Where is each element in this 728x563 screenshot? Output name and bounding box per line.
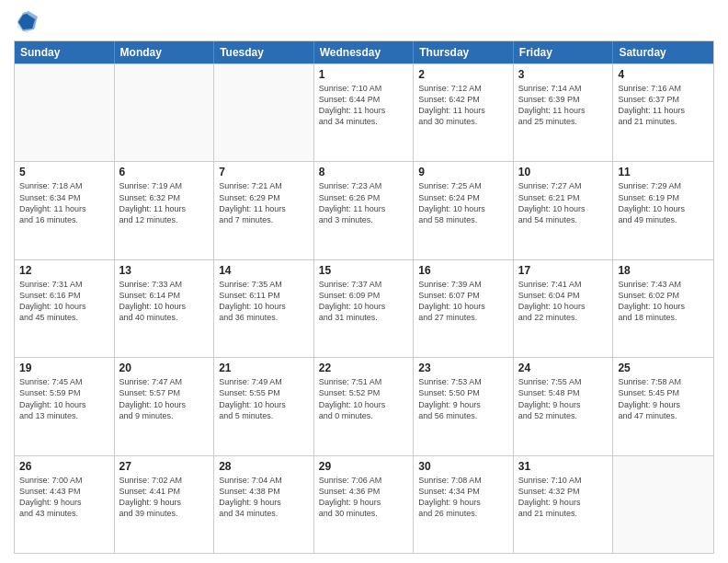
calendar-week-1: 1Sunrise: 7:10 AM Sunset: 6:44 PM Daylig… (15, 63, 713, 161)
day-cell-20: 20Sunrise: 7:47 AM Sunset: 5:57 PM Dayli… (115, 358, 215, 454)
day-number: 17 (518, 264, 609, 277)
header-day-monday: Monday (115, 41, 215, 63)
day-details: Sunrise: 7:00 AM Sunset: 4:43 PM Dayligh… (19, 475, 109, 520)
day-details: Sunrise: 7:43 AM Sunset: 6:02 PM Dayligh… (618, 279, 709, 324)
day-cell-7: 7Sunrise: 7:21 AM Sunset: 6:29 PM Daylig… (214, 162, 314, 259)
day-details: Sunrise: 7:19 AM Sunset: 6:32 PM Dayligh… (119, 180, 210, 225)
empty-cell (214, 64, 314, 161)
day-details: Sunrise: 7:04 AM Sunset: 4:38 PM Dayligh… (219, 475, 309, 520)
day-cell-26: 26Sunrise: 7:00 AM Sunset: 4:43 PM Dayli… (15, 456, 115, 553)
calendar-header: SundayMondayTuesdayWednesdayThursdayFrid… (15, 41, 713, 63)
day-number: 10 (518, 166, 609, 178)
day-cell-29: 29Sunrise: 7:06 AM Sunset: 4:36 PM Dayli… (314, 456, 415, 553)
day-details: Sunrise: 7:14 AM Sunset: 6:39 PM Dayligh… (518, 83, 609, 128)
day-cell-9: 9Sunrise: 7:25 AM Sunset: 6:24 PM Daylig… (414, 162, 514, 259)
day-number: 25 (618, 362, 709, 374)
day-details: Sunrise: 7:33 AM Sunset: 6:14 PM Dayligh… (119, 279, 210, 324)
day-details: Sunrise: 7:49 AM Sunset: 5:55 PM Dayligh… (219, 376, 309, 421)
day-cell-28: 28Sunrise: 7:04 AM Sunset: 4:38 PM Dayli… (214, 456, 314, 553)
day-number: 16 (418, 264, 508, 277)
calendar-week-4: 19Sunrise: 7:45 AM Sunset: 5:59 PM Dayli… (15, 357, 713, 454)
logo-icon (14, 9, 40, 35)
day-cell-15: 15Sunrise: 7:37 AM Sunset: 6:09 PM Dayli… (314, 260, 415, 357)
calendar-body: 1Sunrise: 7:10 AM Sunset: 6:44 PM Daylig… (15, 63, 713, 553)
day-cell-14: 14Sunrise: 7:35 AM Sunset: 6:11 PM Dayli… (214, 260, 314, 357)
day-details: Sunrise: 7:51 AM Sunset: 5:52 PM Dayligh… (319, 376, 409, 421)
empty-cell (115, 64, 215, 161)
day-number: 12 (19, 264, 109, 277)
calendar-page: SundayMondayTuesdayWednesdayThursdayFrid… (0, 0, 728, 563)
header-day-sunday: Sunday (15, 41, 115, 63)
day-cell-18: 18Sunrise: 7:43 AM Sunset: 6:02 PM Dayli… (613, 260, 713, 357)
day-number: 22 (319, 362, 409, 374)
day-cell-12: 12Sunrise: 7:31 AM Sunset: 6:16 PM Dayli… (15, 260, 115, 357)
calendar-week-5: 26Sunrise: 7:00 AM Sunset: 4:43 PM Dayli… (15, 455, 713, 553)
day-number: 2 (418, 68, 508, 81)
day-cell-24: 24Sunrise: 7:55 AM Sunset: 5:48 PM Dayli… (514, 358, 614, 454)
day-cell-27: 27Sunrise: 7:02 AM Sunset: 4:41 PM Dayli… (115, 456, 215, 553)
header-day-saturday: Saturday (613, 41, 713, 63)
day-number: 1 (319, 68, 409, 81)
day-number: 3 (518, 68, 609, 81)
day-details: Sunrise: 7:53 AM Sunset: 5:50 PM Dayligh… (418, 376, 508, 421)
day-cell-10: 10Sunrise: 7:27 AM Sunset: 6:21 PM Dayli… (514, 162, 614, 259)
day-number: 9 (418, 166, 508, 178)
day-details: Sunrise: 7:08 AM Sunset: 4:34 PM Dayligh… (418, 475, 508, 520)
day-cell-30: 30Sunrise: 7:08 AM Sunset: 4:34 PM Dayli… (414, 456, 514, 553)
day-details: Sunrise: 7:39 AM Sunset: 6:07 PM Dayligh… (418, 279, 508, 324)
calendar-week-2: 5Sunrise: 7:18 AM Sunset: 6:34 PM Daylig… (15, 161, 713, 259)
day-number: 27 (119, 460, 210, 473)
day-details: Sunrise: 7:37 AM Sunset: 6:09 PM Dayligh… (319, 279, 409, 324)
day-number: 11 (618, 166, 709, 178)
day-number: 4 (618, 68, 709, 81)
day-cell-16: 16Sunrise: 7:39 AM Sunset: 6:07 PM Dayli… (414, 260, 514, 357)
day-details: Sunrise: 7:31 AM Sunset: 6:16 PM Dayligh… (19, 279, 109, 324)
day-details: Sunrise: 7:47 AM Sunset: 5:57 PM Dayligh… (119, 376, 210, 421)
day-details: Sunrise: 7:25 AM Sunset: 6:24 PM Dayligh… (418, 180, 508, 225)
day-details: Sunrise: 7:10 AM Sunset: 6:44 PM Dayligh… (319, 83, 409, 128)
header (14, 9, 714, 35)
day-cell-19: 19Sunrise: 7:45 AM Sunset: 5:59 PM Dayli… (15, 358, 115, 454)
day-cell-1: 1Sunrise: 7:10 AM Sunset: 6:44 PM Daylig… (314, 64, 415, 161)
day-details: Sunrise: 7:41 AM Sunset: 6:04 PM Dayligh… (518, 279, 609, 324)
day-details: Sunrise: 7:35 AM Sunset: 6:11 PM Dayligh… (219, 279, 309, 324)
day-details: Sunrise: 7:21 AM Sunset: 6:29 PM Dayligh… (219, 180, 309, 225)
day-number: 19 (19, 362, 109, 374)
day-number: 18 (618, 264, 709, 277)
day-number: 6 (119, 166, 210, 178)
day-cell-5: 5Sunrise: 7:18 AM Sunset: 6:34 PM Daylig… (15, 162, 115, 259)
day-number: 24 (518, 362, 609, 374)
empty-cell (15, 64, 115, 161)
day-number: 7 (219, 166, 309, 178)
day-number: 20 (119, 362, 210, 374)
day-number: 14 (219, 264, 309, 277)
day-cell-25: 25Sunrise: 7:58 AM Sunset: 5:45 PM Dayli… (613, 358, 713, 454)
day-cell-31: 31Sunrise: 7:10 AM Sunset: 4:32 PM Dayli… (514, 456, 614, 553)
day-cell-4: 4Sunrise: 7:16 AM Sunset: 6:37 PM Daylig… (613, 64, 713, 161)
day-details: Sunrise: 7:06 AM Sunset: 4:36 PM Dayligh… (319, 475, 409, 520)
calendar-week-3: 12Sunrise: 7:31 AM Sunset: 6:16 PM Dayli… (15, 259, 713, 357)
day-details: Sunrise: 7:27 AM Sunset: 6:21 PM Dayligh… (518, 180, 609, 225)
day-number: 13 (119, 264, 210, 277)
day-details: Sunrise: 7:12 AM Sunset: 6:42 PM Dayligh… (418, 83, 508, 128)
day-cell-8: 8Sunrise: 7:23 AM Sunset: 6:26 PM Daylig… (314, 162, 415, 259)
day-details: Sunrise: 7:29 AM Sunset: 6:19 PM Dayligh… (618, 180, 709, 225)
day-number: 30 (418, 460, 508, 473)
day-number: 26 (19, 460, 109, 473)
day-details: Sunrise: 7:18 AM Sunset: 6:34 PM Dayligh… (19, 180, 109, 225)
day-number: 21 (219, 362, 309, 374)
day-number: 8 (319, 166, 409, 178)
day-details: Sunrise: 7:58 AM Sunset: 5:45 PM Dayligh… (618, 376, 709, 421)
day-details: Sunrise: 7:45 AM Sunset: 5:59 PM Dayligh… (19, 376, 109, 421)
day-number: 15 (319, 264, 409, 277)
day-details: Sunrise: 7:16 AM Sunset: 6:37 PM Dayligh… (618, 83, 709, 128)
day-details: Sunrise: 7:55 AM Sunset: 5:48 PM Dayligh… (518, 376, 609, 421)
day-cell-2: 2Sunrise: 7:12 AM Sunset: 6:42 PM Daylig… (414, 64, 514, 161)
day-number: 5 (19, 166, 109, 178)
day-cell-3: 3Sunrise: 7:14 AM Sunset: 6:39 PM Daylig… (514, 64, 614, 161)
day-number: 23 (418, 362, 508, 374)
day-cell-6: 6Sunrise: 7:19 AM Sunset: 6:32 PM Daylig… (115, 162, 215, 259)
day-details: Sunrise: 7:02 AM Sunset: 4:41 PM Dayligh… (119, 475, 210, 520)
header-day-wednesday: Wednesday (314, 41, 415, 63)
day-cell-22: 22Sunrise: 7:51 AM Sunset: 5:52 PM Dayli… (314, 358, 415, 454)
